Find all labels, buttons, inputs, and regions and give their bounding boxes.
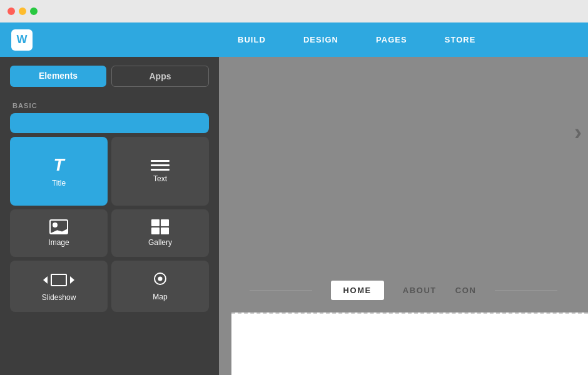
drop-zone[interactable]	[231, 312, 588, 375]
close-button[interactable]	[8, 8, 15, 15]
map-label: Map	[153, 292, 167, 301]
text-label: Text	[153, 174, 167, 183]
titlebar	[0, 0, 588, 22]
tab-pages[interactable]: PAGES	[357, 22, 426, 57]
navbar-tabs: BUILD DESIGN PAGES STORE	[219, 22, 588, 57]
text-icon	[151, 160, 170, 171]
maximize-button[interactable]	[30, 8, 38, 15]
navbar-logo-area: W	[0, 29, 219, 51]
element-slideshow[interactable]: Slideshow	[10, 261, 108, 312]
nav-divider-left	[250, 290, 312, 291]
tab-store[interactable]: STORE	[426, 22, 495, 57]
image-icon	[49, 219, 68, 234]
slideshow-frame-icon	[51, 274, 67, 286]
map-icon	[151, 271, 169, 289]
minimize-button[interactable]	[19, 8, 26, 15]
element-text[interactable]: Text	[111, 137, 209, 206]
gallery-cell	[161, 219, 169, 226]
title-label: Title	[52, 179, 66, 188]
element-title[interactable]: T Title	[10, 137, 108, 206]
title-icon: T	[53, 155, 64, 175]
sidebar-tab-bar: Elements Apps	[0, 57, 219, 96]
section-basic-label: BASIC	[0, 96, 219, 113]
site-nav-contact[interactable]: CON	[455, 286, 477, 295]
gallery-cell	[151, 228, 160, 234]
site-navigation: HOME ABOUT CON	[219, 281, 588, 300]
slideshow-arrow-right-icon	[70, 276, 74, 284]
gallery-label: Gallery	[148, 238, 172, 247]
tab-elements[interactable]: Elements	[10, 66, 106, 87]
element-image[interactable]: Image	[10, 209, 108, 257]
element-map[interactable]: Map	[111, 261, 209, 312]
sidebar: Elements Apps BASIC T	[0, 57, 219, 375]
content-area: Elements Apps BASIC T	[0, 57, 588, 375]
tab-apps[interactable]: Apps	[111, 66, 209, 87]
tab-design[interactable]: DESIGN	[285, 22, 357, 57]
site-nav-about[interactable]: ABOUT	[403, 286, 437, 295]
tab-build[interactable]: BUILD	[219, 22, 285, 57]
site-preview: › HOME ABOUT CON	[219, 57, 588, 375]
nav-divider-right	[495, 290, 557, 291]
weebly-logo[interactable]: W	[11, 29, 33, 51]
element-title[interactable]	[10, 113, 209, 133]
slideshow-arrow-left-icon	[43, 276, 48, 284]
image-label: Image	[48, 238, 69, 247]
navbar: W BUILD DESIGN PAGES STORE	[0, 22, 588, 57]
app-container: W BUILD DESIGN PAGES STORE Elements Apps…	[0, 22, 588, 375]
gallery-icon	[151, 219, 169, 234]
gallery-cell	[161, 228, 169, 234]
site-nav-home[interactable]: HOME	[331, 281, 384, 300]
gallery-cell	[151, 219, 160, 226]
svg-point-1	[158, 277, 163, 281]
canvas-area: › HOME ABOUT CON	[219, 57, 588, 375]
slideshow-label: Slideshow	[42, 293, 76, 302]
canvas-arrow-icon: ›	[574, 119, 582, 146]
element-gallery[interactable]: Gallery	[111, 209, 209, 257]
